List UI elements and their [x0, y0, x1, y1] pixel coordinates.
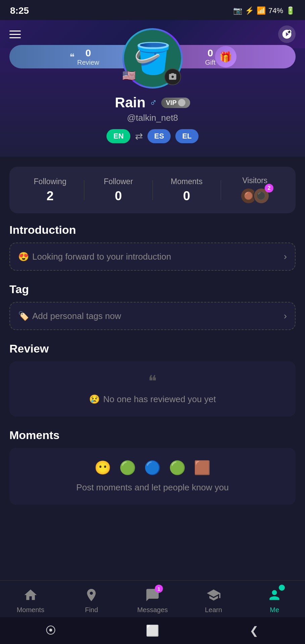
name-row: Rain ♂ VIP — [115, 95, 190, 111]
tag-emoji: 🏷️ — [18, 311, 29, 321]
lang-en[interactable]: EN — [106, 129, 130, 143]
messages-badge: 1 — [155, 585, 163, 593]
nav-find-label: Find — [85, 606, 98, 614]
review-info: 0 Review — [77, 47, 99, 66]
nav-find-icon — [82, 586, 100, 604]
username: Rain — [115, 95, 145, 111]
tag-placeholder: Add personal tags now — [32, 311, 121, 321]
signal-icon: 📶 — [257, 6, 266, 15]
user-handle: @talkin_net8 — [127, 113, 178, 123]
review-section: Review ❝ 😢 No one has reviewed you yet — [9, 342, 296, 417]
nav-messages[interactable]: 1 Messages — [122, 586, 183, 614]
tag-section: Tag 🏷️ Add personal tags now › — [9, 283, 296, 330]
vip-badge: VIP — [161, 98, 190, 108]
nav-me[interactable]: Me — [244, 586, 305, 614]
lang-el[interactable]: EL — [175, 129, 198, 143]
battery-icon: 🔋 — [286, 6, 295, 15]
nav-learn-icon — [205, 586, 223, 604]
profile-section: ❝ 0 Review 0 Gift 🎁 🪣 🇺🇸 — [0, 48, 305, 157]
moment-icon-3: 🔵 — [144, 460, 161, 476]
introduction-box[interactable]: 😍 Looking forward to your introduction › — [9, 243, 296, 271]
review-emoji: 😢 — [89, 394, 100, 405]
back-button[interactable]: ❮ — [241, 622, 268, 639]
nav-find[interactable]: Find — [61, 586, 122, 614]
moments-box[interactable]: 😶 🟢 🔵 🟢 🟫 Post moments and let people kn… — [9, 448, 296, 505]
status-icons: 📷 ⚡ 📶 74% 🔋 — [233, 6, 295, 15]
camera-button[interactable] — [164, 68, 181, 85]
moment-icon-2: 🟢 — [119, 460, 136, 476]
moments-section: Moments 😶 🟢 🔵 🟢 🟫 Post moments and let p… — [9, 429, 296, 505]
introduction-text: 😍 Looking forward to your introduction — [18, 252, 171, 262]
introduction-arrow: › — [284, 251, 287, 262]
gift-icon: 🎁 — [215, 46, 236, 67]
nav-messages-label: Messages — [137, 606, 168, 614]
following-value: 2 — [47, 189, 54, 203]
nav-messages-icon: 1 — [143, 586, 162, 604]
nav-moments-icon — [21, 586, 40, 604]
moments-icons-row: 😶 🟢 🔵 🟢 🟫 — [94, 460, 211, 476]
moments-stat[interactable]: Moments 0 — [153, 177, 221, 203]
following-stat[interactable]: Following 2 — [16, 177, 84, 203]
introduction-title: Introduction — [9, 223, 296, 236]
video-icon: 📷 — [233, 6, 242, 15]
moment-icon-1: 😶 — [94, 460, 111, 476]
review-title: Review — [9, 342, 296, 355]
visitors-badge: 2 — [265, 184, 273, 193]
nav-moments[interactable]: Moments — [0, 586, 61, 614]
moments-value: 0 — [183, 189, 190, 203]
avatar-emoji: 🪣 — [134, 41, 171, 76]
no-review-text: 😢 No one has reviewed you yet — [89, 394, 216, 405]
status-time: 8:25 — [10, 5, 29, 16]
introduction-placeholder: Looking forward to your introduction — [32, 252, 171, 262]
moments-empty-text: Post moments and let people know you — [76, 482, 229, 493]
review-empty-label: No one has reviewed you yet — [103, 394, 216, 405]
vip-label: VIP — [166, 99, 177, 107]
home-button[interactable]: ⬜ — [139, 622, 166, 639]
moment-icon-4: 🟢 — [169, 460, 186, 476]
lang-es[interactable]: ES — [147, 129, 171, 143]
tag-box[interactable]: 🏷️ Add personal tags now › — [9, 302, 296, 330]
system-nav: ⦿ ⬜ ❮ — [0, 617, 305, 644]
review-count: 0 — [85, 47, 91, 59]
quote-icon: ❝ — [148, 373, 157, 389]
nav-me-label: Me — [270, 606, 279, 614]
recent-apps-button[interactable]: ⦿ — [37, 622, 64, 639]
status-bar: 8:25 📷 ⚡ 📶 74% 🔋 — [0, 0, 305, 20]
tag-text: 🏷️ Add personal tags now — [18, 311, 121, 321]
follower-stat[interactable]: Follower 0 — [84, 177, 152, 203]
tag-arrow: › — [284, 311, 287, 321]
visitors-label: Visitors — [242, 176, 267, 185]
content-area: Introduction 😍 Looking forward to your i… — [0, 213, 305, 515]
review-box: ❝ 😢 No one has reviewed you yet — [9, 361, 296, 417]
profile-stats-row: Following 2 Follower 0 Moments 0 Visitor… — [9, 167, 296, 213]
nav-moments-label: Moments — [17, 606, 44, 614]
visitors-stat[interactable]: Visitors 🟤 ⚫ 2 — [221, 176, 289, 204]
introduction-section: Introduction 😍 Looking forward to your i… — [9, 223, 296, 271]
follower-label: Follower — [104, 177, 133, 186]
moments-label: Moments — [171, 177, 203, 186]
bluetooth-icon: ⚡ — [245, 6, 254, 15]
nav-learn[interactable]: Learn — [183, 586, 244, 614]
lang-arrow: ⇄ — [135, 131, 143, 142]
gender-icon: ♂ — [149, 97, 157, 108]
moment-icon-5: 🟫 — [194, 460, 211, 476]
following-label: Following — [34, 177, 67, 186]
tag-title: Tag — [9, 283, 296, 296]
vip-circle-icon — [178, 99, 185, 106]
introduction-emoji: 😍 — [18, 252, 29, 262]
moments-section-title: Moments — [9, 429, 296, 442]
nav-learn-label: Learn — [205, 606, 222, 614]
gift-count: 0 — [208, 47, 213, 59]
gift-label: Gift — [205, 59, 215, 66]
edit-profile-button[interactable] — [278, 25, 296, 43]
flag-badge: 🇺🇸 — [122, 69, 136, 82]
gift-info: 0 Gift — [205, 47, 215, 66]
menu-button[interactable] — [9, 25, 27, 43]
nav-me-icon — [265, 586, 284, 604]
battery-text: 74% — [268, 6, 283, 15]
language-row: EN ⇄ ES EL — [106, 129, 198, 143]
review-icon: ❝ — [70, 51, 75, 62]
follower-value: 0 — [115, 189, 122, 203]
bottom-nav: Moments Find 1 Messages Learn — [0, 580, 305, 617]
visitors-avatars: 🟤 ⚫ 2 — [241, 188, 269, 204]
